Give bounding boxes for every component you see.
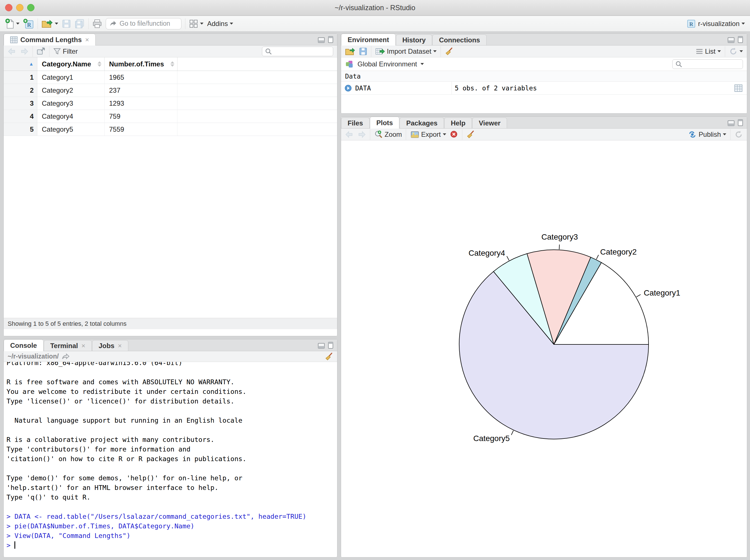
object-value: 5 obs. of 2 variables <box>452 84 734 92</box>
table-cell: 2 <box>4 84 37 97</box>
publish-button[interactable]: Publish <box>688 131 726 138</box>
save-button[interactable] <box>62 19 71 28</box>
maximize-pane-icon[interactable] <box>328 36 333 43</box>
row-number-header[interactable]: ▲ <box>4 57 37 71</box>
console-output[interactable]: Platform: x86_64-apple-darwin15.6.0 (64-… <box>4 362 337 557</box>
environment-search-box[interactable] <box>672 59 743 69</box>
table-search-input[interactable] <box>274 48 325 55</box>
sort-arrows-icon <box>171 61 174 67</box>
goto-arrow-icon <box>110 20 117 27</box>
console-output-line: R is free software and comes with ABSOLU… <box>6 377 337 387</box>
console-output-line <box>6 406 337 416</box>
load-workspace-folder-icon[interactable] <box>345 47 355 56</box>
maximize-pane-icon[interactable] <box>328 342 333 349</box>
filter-button[interactable]: Filter <box>54 47 78 55</box>
data-viewer-tabbar: Command Lengths × <box>4 34 337 45</box>
environment-scope-caret-icon[interactable] <box>420 63 424 65</box>
export-plot-label: Export <box>421 131 440 138</box>
tab-command-lengths[interactable]: Command Lengths × <box>4 34 96 45</box>
table-header-row: ▲ Category.Name Number.of.Times <box>4 57 337 71</box>
workspace-panes-button[interactable] <box>189 19 203 28</box>
tab-packages[interactable]: Packages <box>400 118 444 128</box>
new-file-icon <box>5 18 14 29</box>
pane-window-buttons <box>318 36 337 45</box>
minimize-pane-icon[interactable] <box>318 37 325 43</box>
minimize-pane-icon[interactable] <box>318 343 325 349</box>
expand-object-icon[interactable] <box>344 84 352 92</box>
open-in-new-window-icon[interactable] <box>37 47 45 55</box>
table-row[interactable]: 3Category31293 <box>4 97 337 110</box>
environment-scope-label[interactable]: Global Environment <box>357 60 417 68</box>
clear-plots-broom-icon[interactable] <box>466 130 475 139</box>
refresh-environment-button[interactable] <box>729 47 743 56</box>
export-caret-icon <box>443 133 446 135</box>
refresh-caret-icon <box>739 50 743 52</box>
tab-terminal[interactable]: Terminal × <box>44 340 92 351</box>
tab-help[interactable]: Help <box>444 118 472 128</box>
tab-label: Viewer <box>479 119 500 127</box>
minimize-window-button[interactable] <box>16 4 23 11</box>
export-plot-button[interactable]: Export <box>410 131 446 138</box>
close-tab-icon[interactable]: × <box>81 342 85 350</box>
column-header-number-of-times[interactable]: Number.of.Times <box>104 57 177 71</box>
list-view-button[interactable]: List <box>696 47 721 55</box>
tab-jobs[interactable]: Jobs × <box>92 340 128 351</box>
addins-label: Addins <box>207 20 228 28</box>
nav-forward-icon[interactable] <box>20 48 28 55</box>
tab-console[interactable]: Console <box>4 339 43 351</box>
console-input-line: > <box>6 540 337 550</box>
new-file-button[interactable] <box>5 18 20 29</box>
previous-plot-icon[interactable] <box>345 131 354 138</box>
minimize-pane-icon[interactable] <box>728 37 734 43</box>
table-row[interactable]: 2Category2237 <box>4 84 337 97</box>
table-row[interactable]: 1Category11965 <box>4 71 337 84</box>
close-tab-icon[interactable]: × <box>85 36 89 44</box>
save-workspace-icon[interactable] <box>359 47 367 55</box>
table-cell: Category2 <box>37 84 104 97</box>
addins-button[interactable]: Addins <box>207 20 233 28</box>
maximize-pane-icon[interactable] <box>738 119 743 126</box>
save-all-button[interactable] <box>75 19 85 28</box>
tab-connections[interactable]: Connections <box>432 35 486 45</box>
column-header-category-name[interactable]: Category.Name <box>37 57 104 71</box>
goto-file-search[interactable] <box>106 18 181 29</box>
export-image-icon <box>410 131 419 138</box>
clear-console-broom-icon[interactable] <box>325 352 333 361</box>
print-button[interactable] <box>93 19 102 28</box>
maximize-pane-icon[interactable] <box>738 36 743 43</box>
table-row[interactable]: 5Category57559 <box>4 123 337 136</box>
view-table-icon[interactable] <box>734 84 742 92</box>
next-plot-icon[interactable] <box>357 131 366 138</box>
toolbar-divider <box>462 129 462 140</box>
environment-search-input[interactable] <box>685 60 735 68</box>
import-dataset-button[interactable]: Import Dataset <box>375 47 437 55</box>
environment-object-row[interactable]: DATA 5 obs. of 2 variables <box>341 82 747 95</box>
tab-history[interactable]: History <box>396 35 432 45</box>
tab-environment[interactable]: Environment <box>341 34 396 45</box>
right-column: Environment History Connections <box>341 33 747 557</box>
close-window-button[interactable] <box>5 4 13 11</box>
close-tab-icon[interactable]: × <box>118 342 122 350</box>
search-icon <box>675 61 682 67</box>
tab-viewer[interactable]: Viewer <box>472 118 507 128</box>
remove-plot-icon[interactable] <box>450 131 458 138</box>
tab-files[interactable]: Files <box>341 118 370 128</box>
console-output-line <box>6 425 337 435</box>
nav-back-icon[interactable] <box>8 48 16 55</box>
clear-environment-broom-icon[interactable] <box>445 47 453 56</box>
goto-file-input[interactable] <box>120 20 173 27</box>
project-menu-button[interactable]: R r-visualization <box>686 19 745 28</box>
table-cell: 1293 <box>104 97 177 109</box>
refresh-plot-icon[interactable] <box>734 130 743 139</box>
new-project-button[interactable]: R <box>23 18 34 29</box>
tab-plots[interactable]: Plots <box>370 117 400 128</box>
console-output-line <box>6 464 337 473</box>
go-to-directory-icon[interactable] <box>62 354 70 360</box>
table-search-box[interactable] <box>262 47 333 56</box>
open-file-button[interactable] <box>42 19 58 28</box>
zoom-plot-button[interactable]: Zoom <box>374 130 402 139</box>
console-output-line: Type 'demo()' for some demos, 'help()' f… <box>6 473 337 483</box>
minimize-pane-icon[interactable] <box>728 120 734 126</box>
zoom-window-button[interactable] <box>27 4 35 11</box>
table-row[interactable]: 4Category4759 <box>4 110 337 123</box>
